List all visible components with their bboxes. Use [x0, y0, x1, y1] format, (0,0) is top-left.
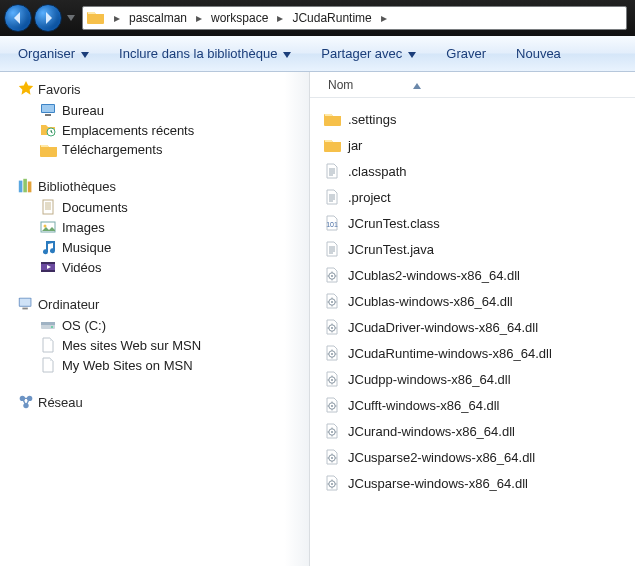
- documents-icon: [38, 199, 60, 215]
- file-name: JCusparse-windows-x86_64.dll: [348, 476, 528, 491]
- nav-group-computer: Ordinateur OS (C:)Mes sites Web sur MSNM…: [0, 293, 309, 375]
- toolbar-label: Partager avec: [321, 46, 402, 61]
- file-name: .classpath: [348, 164, 407, 179]
- file-item[interactable]: JCrunTest.java: [324, 236, 635, 262]
- nav-item-libraries-1[interactable]: Images: [0, 217, 309, 237]
- svg-point-26: [331, 301, 333, 303]
- nav-group-libraries: Bibliothèques DocumentsImagesMusiqueVidé…: [0, 175, 309, 277]
- file-item[interactable]: JCusparse-windows-x86_64.dll: [324, 470, 635, 496]
- svg-text:101: 101: [326, 221, 338, 228]
- dll-icon: [324, 267, 348, 283]
- nav-header-label: Réseau: [36, 395, 83, 410]
- nav-item-label: Emplacements récents: [60, 123, 194, 138]
- file-item[interactable]: .project: [324, 184, 635, 210]
- class-icon: 101: [324, 215, 348, 231]
- file-item[interactable]: JCudaRuntime-windows-x86_64.dll: [324, 340, 635, 366]
- file-name: JCufft-windows-x86_64.dll: [348, 398, 500, 413]
- nav-item-libraries-0[interactable]: Documents: [0, 197, 309, 217]
- drive-icon: [38, 317, 60, 333]
- computer-icon: [14, 295, 36, 313]
- burn-button[interactable]: Graver: [438, 42, 494, 65]
- dll-icon: [324, 371, 348, 387]
- svg-rect-1: [42, 105, 54, 112]
- file-item[interactable]: JCudaDriver-windows-x86_64.dll: [324, 314, 635, 340]
- nav-item-favorites-2[interactable]: Téléchargements: [0, 140, 309, 159]
- chevron-down-icon: [81, 46, 89, 61]
- history-dropdown[interactable]: [64, 6, 78, 30]
- nav-header-network[interactable]: Réseau: [0, 391, 309, 413]
- file-item[interactable]: JCublas-windows-x86_64.dll: [324, 288, 635, 314]
- nav-group-favorites: Favoris BureauEmplacements récentsTéléch…: [0, 78, 309, 159]
- file-name: JCudaRuntime-windows-x86_64.dll: [348, 346, 552, 361]
- svg-rect-14: [20, 299, 31, 306]
- svg-point-34: [331, 405, 333, 407]
- nav-item-label: Bureau: [60, 103, 104, 118]
- nav-item-computer-2[interactable]: My Web Sites on MSN: [0, 355, 309, 375]
- nav-header-label: Favoris: [36, 82, 81, 97]
- new-folder-button[interactable]: Nouvea: [508, 42, 569, 65]
- file-name: .project: [348, 190, 391, 205]
- file-item[interactable]: JCufft-windows-x86_64.dll: [324, 392, 635, 418]
- nav-item-label: Documents: [60, 200, 128, 215]
- column-header-name[interactable]: Nom: [310, 72, 635, 98]
- back-button[interactable]: [4, 4, 32, 32]
- txt-icon: [324, 189, 348, 205]
- file-item[interactable]: .settings: [324, 106, 635, 132]
- nav-item-label: Images: [60, 220, 105, 235]
- dll-icon: [324, 345, 348, 361]
- include-in-library-button[interactable]: Inclure dans la bibliothèque: [111, 42, 299, 65]
- forward-button[interactable]: [34, 4, 62, 32]
- svg-rect-12: [41, 270, 55, 272]
- file-item[interactable]: JCurand-windows-x86_64.dll: [324, 418, 635, 444]
- breadcrumb-sep[interactable]: ▸: [191, 7, 207, 29]
- file-item[interactable]: 101JCrunTest.class: [324, 210, 635, 236]
- videos-icon: [38, 259, 60, 275]
- svg-rect-2: [45, 114, 51, 116]
- breadcrumb-sep[interactable]: ▸: [376, 7, 392, 29]
- nav-item-libraries-2[interactable]: Musique: [0, 237, 309, 257]
- svg-rect-4: [19, 181, 23, 193]
- chevron-down-icon: [408, 46, 416, 61]
- file-item[interactable]: jar: [324, 132, 635, 158]
- svg-point-40: [331, 483, 333, 485]
- file-item[interactable]: JCusparse2-windows-x86_64.dll: [324, 444, 635, 470]
- txt-icon: [324, 241, 348, 257]
- chevron-down-icon: [67, 15, 75, 21]
- file-list: .settingsjar.classpath.project101JCrunTe…: [310, 98, 635, 496]
- nav-item-label: Vidéos: [60, 260, 102, 275]
- dll-icon: [324, 397, 348, 413]
- breadcrumb-segment[interactable]: JCudaRuntime: [288, 11, 375, 25]
- share-with-button[interactable]: Partager avec: [313, 42, 424, 65]
- nav-item-computer-0[interactable]: OS (C:): [0, 315, 309, 335]
- nav-item-libraries-3[interactable]: Vidéos: [0, 257, 309, 277]
- breadcrumb-sep[interactable]: ▸: [272, 7, 288, 29]
- file-item[interactable]: JCublas2-windows-x86_64.dll: [324, 262, 635, 288]
- chevron-down-icon: [283, 46, 291, 61]
- nav-item-favorites-1[interactable]: Emplacements récents: [0, 120, 309, 140]
- organize-button[interactable]: Organiser: [10, 42, 97, 65]
- libraries-icon: [14, 177, 36, 195]
- nav-header-computer[interactable]: Ordinateur: [0, 293, 309, 315]
- svg-rect-15: [22, 308, 27, 310]
- navigation-pane: Favoris BureauEmplacements récentsTéléch…: [0, 72, 310, 566]
- nav-header-libraries[interactable]: Bibliothèques: [0, 175, 309, 197]
- star-icon: [14, 80, 36, 98]
- svg-rect-5: [23, 179, 27, 193]
- sort-asc-icon: [413, 78, 421, 92]
- breadcrumb-segment[interactable]: workspace: [207, 11, 272, 25]
- nav-item-label: Mes sites Web sur MSN: [60, 338, 201, 353]
- breadcrumb-segment[interactable]: pascalman: [125, 11, 191, 25]
- breadcrumb-sep[interactable]: ▸: [109, 7, 125, 29]
- file-item[interactable]: JCudpp-windows-x86_64.dll: [324, 366, 635, 392]
- svg-point-36: [331, 431, 333, 433]
- images-icon: [38, 219, 60, 235]
- nav-item-label: My Web Sites on MSN: [60, 358, 193, 373]
- toolbar: Organiser Inclure dans la bibliothèque P…: [0, 36, 635, 72]
- nav-header-favorites[interactable]: Favoris: [0, 78, 309, 100]
- file-item[interactable]: .classpath: [324, 158, 635, 184]
- breadcrumb[interactable]: ▸ pascalman ▸ workspace ▸ JCudaRuntime ▸: [82, 6, 627, 30]
- arrow-right-icon: [40, 10, 56, 26]
- dll-icon: [324, 319, 348, 335]
- nav-item-favorites-0[interactable]: Bureau: [0, 100, 309, 120]
- nav-item-computer-1[interactable]: Mes sites Web sur MSN: [0, 335, 309, 355]
